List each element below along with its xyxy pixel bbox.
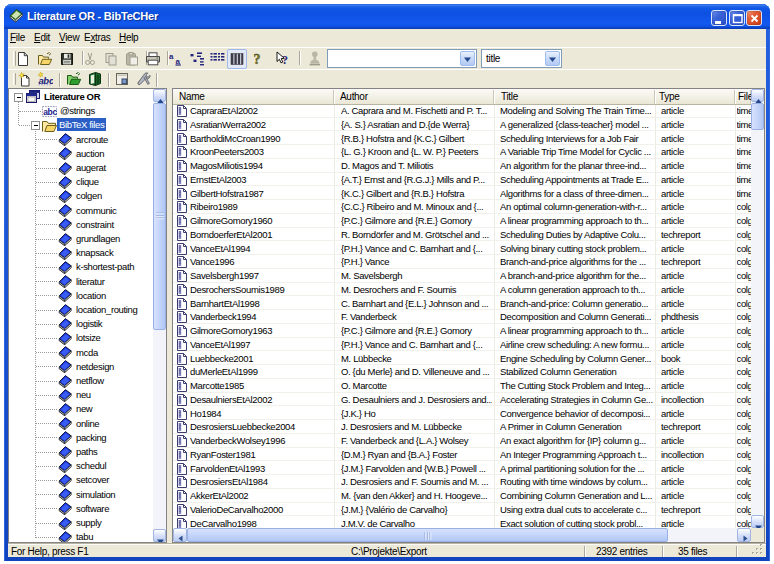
svg-text:?: ?: [253, 52, 260, 67]
svg-text:a: a: [169, 52, 174, 61]
svg-text:?: ?: [282, 53, 288, 67]
svg-text:abc: abc: [43, 106, 57, 116]
